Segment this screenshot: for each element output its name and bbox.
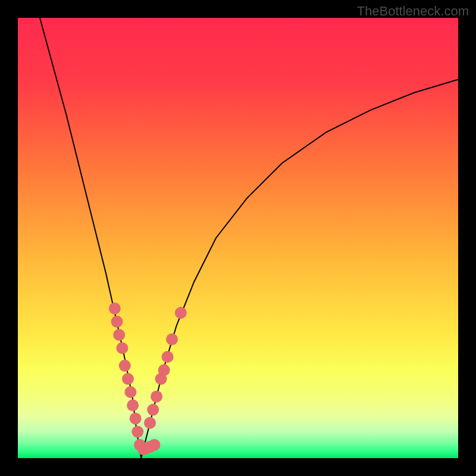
stage: TheBottleneck.com [0, 0, 476, 476]
marker-dot [113, 329, 125, 341]
marker-dot [111, 316, 123, 328]
marker-dot [162, 351, 174, 363]
marker-dot [109, 302, 121, 314]
bottleneck-chart [0, 0, 476, 476]
plot-background [18, 18, 458, 458]
marker-dot [116, 342, 128, 354]
marker-dot [175, 307, 187, 319]
marker-dot [127, 399, 139, 411]
marker-dot [144, 417, 156, 429]
marker-dot [147, 404, 159, 416]
marker-dot [158, 364, 170, 376]
marker-dot [151, 390, 162, 402]
marker-dot [148, 439, 160, 451]
marker-dot [122, 373, 134, 385]
marker-dot [130, 412, 142, 424]
watermark-text: TheBottleneck.com [357, 4, 469, 19]
marker-dot [124, 386, 136, 398]
marker-dot [131, 426, 143, 438]
marker-dot [166, 333, 178, 345]
marker-dot [119, 360, 131, 372]
